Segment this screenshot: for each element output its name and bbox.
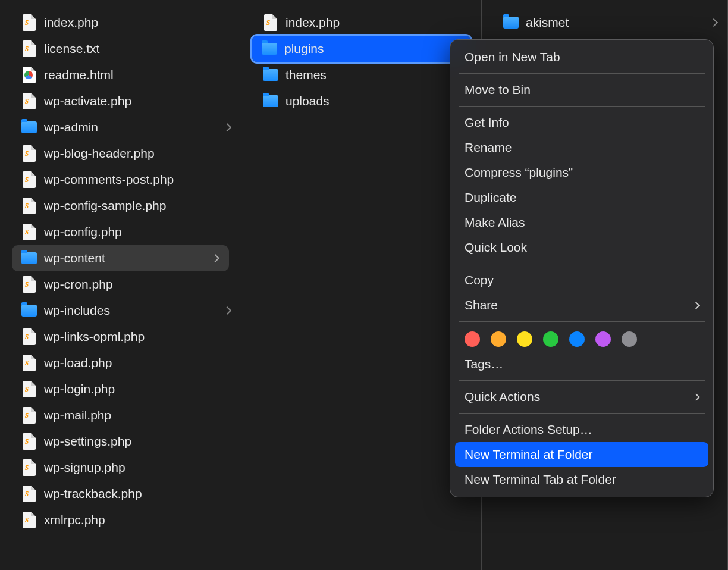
file-row[interactable]: index.php (241, 10, 481, 36)
menu-label: Quick Look (465, 240, 527, 255)
menu-separator (459, 321, 705, 322)
tag-color-dot[interactable] (569, 331, 585, 347)
item-label: themes (285, 68, 470, 82)
file-icon (20, 275, 38, 293)
file-row[interactable]: wp-mail.php (0, 402, 241, 428)
item-label: wp-config-sample.php (44, 199, 230, 213)
menu-item[interactable]: Move to Bin (450, 77, 713, 102)
menu-label: Folder Actions Setup… (465, 422, 592, 437)
folder-icon (262, 66, 280, 84)
file-icon (20, 406, 38, 424)
menu-item[interactable]: Quick Look (450, 235, 713, 260)
tag-color-dot[interactable] (465, 331, 480, 347)
file-icon (20, 485, 38, 503)
folder-row[interactable]: wp-includes (0, 297, 241, 324)
menu-item[interactable]: Open in New Tab (450, 45, 713, 70)
file-icon (20, 171, 38, 189)
menu-label: Rename (465, 140, 512, 155)
menu-item[interactable]: Duplicate (450, 185, 713, 210)
folder-icon (502, 14, 520, 32)
item-label: plugins (284, 42, 460, 56)
file-row[interactable]: wp-signup.php (0, 455, 241, 481)
folder-icon (261, 40, 278, 58)
file-row[interactable]: xmlrpc.php (0, 507, 241, 533)
chevron-right-icon (692, 302, 700, 309)
file-row[interactable]: wp-trackback.php (0, 481, 241, 507)
file-icon (20, 66, 38, 84)
file-row[interactable]: wp-settings.php (0, 428, 241, 455)
tag-color-row (450, 325, 713, 352)
menu-item[interactable]: New Terminal Tab at Folder (450, 467, 713, 492)
tag-color-dot[interactable] (543, 331, 558, 347)
file-row[interactable]: wp-config.php (0, 219, 241, 245)
file-row[interactable]: wp-links-opml.php (0, 324, 241, 350)
menu-label: Quick Actions (465, 390, 540, 404)
chevron-right-icon (223, 306, 231, 315)
file-row[interactable]: wp-activate.php (0, 88, 241, 114)
chevron-right-icon (710, 18, 718, 27)
column-2: index.phppluginsthemesuploads (241, 0, 482, 570)
menu-item[interactable]: Get Info (450, 110, 713, 135)
file-icon (20, 145, 38, 162)
file-row[interactable]: wp-config-sample.php (0, 193, 241, 219)
menu-label: Share (465, 298, 498, 312)
item-label: wp-admin (44, 120, 224, 134)
item-label: wp-login.php (44, 382, 230, 396)
menu-item-tags[interactable]: Tags… (450, 352, 713, 377)
folder-row[interactable]: akismet (482, 10, 727, 36)
folder-row[interactable]: plugins (252, 36, 470, 62)
menu-item[interactable]: Make Alias (450, 210, 713, 235)
item-label: wp-load.php (44, 356, 230, 370)
folder-icon (262, 92, 280, 110)
file-row[interactable]: wp-login.php (0, 376, 241, 402)
file-icon (20, 354, 38, 372)
file-icon (20, 380, 38, 398)
item-label: index.php (44, 15, 230, 30)
file-icon (20, 328, 38, 346)
menu-item[interactable]: Compress “plugins” (450, 160, 713, 185)
menu-separator (459, 413, 705, 414)
file-row[interactable]: wp-comments-post.php (0, 167, 241, 193)
file-row[interactable]: wp-load.php (0, 350, 241, 376)
menu-label: Open in New Tab (465, 50, 560, 64)
file-icon (20, 197, 38, 215)
item-label: wp-content (44, 251, 212, 265)
tag-color-dot[interactable] (491, 331, 506, 347)
menu-item[interactable]: Share (450, 293, 713, 318)
folder-row[interactable]: wp-admin (0, 114, 241, 140)
file-row[interactable]: wp-blog-header.php (0, 140, 241, 167)
menu-item[interactable]: Folder Actions Setup… (450, 417, 713, 442)
file-row[interactable]: index.php (0, 10, 241, 36)
menu-item[interactable]: Quick Actions (450, 384, 713, 409)
chevron-right-icon (692, 393, 700, 401)
item-label: wp-includes (44, 303, 224, 318)
item-label: wp-mail.php (44, 408, 230, 422)
menu-item[interactable]: Copy (450, 268, 713, 293)
item-label: wp-signup.php (44, 461, 230, 475)
item-label: wp-links-opml.php (44, 330, 230, 344)
tag-color-dot[interactable] (622, 331, 637, 347)
folder-row[interactable]: uploads (241, 88, 481, 114)
folder-icon (20, 302, 38, 320)
item-label: uploads (285, 94, 470, 108)
menu-label: Duplicate (465, 190, 517, 205)
file-icon (20, 92, 38, 110)
menu-separator (459, 264, 705, 264)
menu-label: Compress “plugins” (465, 165, 573, 180)
folder-row[interactable]: wp-content (12, 245, 229, 271)
item-label: akismet (526, 15, 711, 30)
file-row[interactable]: wp-cron.php (0, 271, 241, 297)
menu-item[interactable]: New Terminal at Folder (455, 442, 708, 467)
column-1: index.phplicense.txtreadme.htmlwp-activa… (0, 0, 241, 570)
folder-icon (20, 118, 38, 136)
file-icon (20, 433, 38, 450)
file-icon (262, 14, 280, 32)
file-row[interactable]: readme.html (0, 62, 241, 88)
tag-color-dot[interactable] (595, 331, 611, 347)
folder-row[interactable]: themes (241, 62, 481, 88)
file-row[interactable]: license.txt (0, 36, 241, 62)
menu-label: Move to Bin (465, 83, 531, 97)
menu-item[interactable]: Rename (450, 135, 713, 160)
menu-label: New Terminal at Folder (465, 447, 593, 462)
tag-color-dot[interactable] (517, 331, 532, 347)
